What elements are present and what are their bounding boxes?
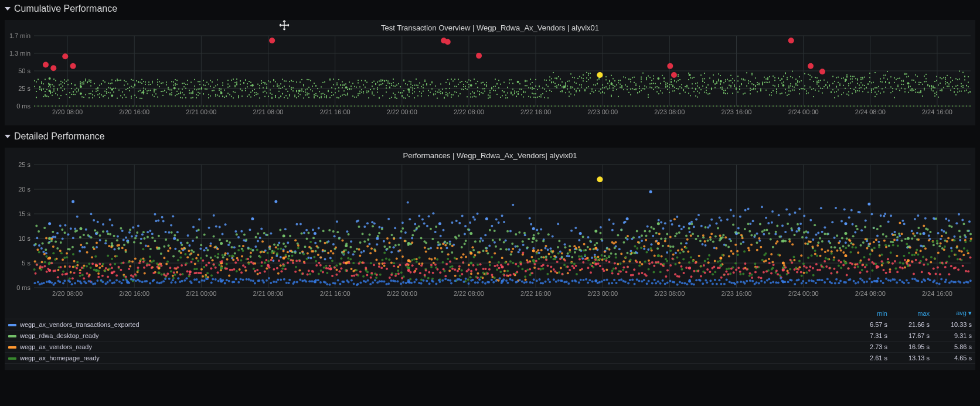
svg-rect-1680	[860, 105, 862, 107]
svg-point-2667	[666, 233, 668, 235]
svg-point-4220	[420, 282, 423, 285]
svg-rect-819	[428, 95, 429, 96]
svg-point-2552	[397, 244, 400, 246]
svg-point-4177	[319, 281, 322, 284]
legend-header-min[interactable]: min	[849, 308, 891, 319]
svg-point-3999	[866, 271, 868, 273]
svg-rect-1366	[706, 92, 707, 93]
svg-rect-229	[132, 87, 134, 88]
row-header-cumulative[interactable]: Cumulative Performance	[0, 0, 980, 18]
svg-point-2894	[224, 252, 227, 254]
svg-point-4059	[43, 282, 45, 284]
svg-point-3347	[309, 241, 312, 243]
svg-rect-315	[176, 84, 178, 85]
legend-row[interactable]: wegp_ax_homepage_ready2.61 s13.13 s4.65 …	[5, 353, 975, 364]
svg-rect-1749	[897, 78, 899, 79]
svg-rect-102	[64, 79, 65, 80]
svg-rect-264	[150, 90, 151, 91]
svg-point-1990	[67, 233, 69, 236]
svg-point-3569	[831, 253, 833, 255]
svg-point-1917	[689, 74, 691, 76]
svg-rect-437	[238, 97, 239, 98]
svg-rect-477	[257, 93, 258, 94]
svg-point-3895	[622, 267, 625, 269]
svg-rect-675	[358, 93, 359, 94]
svg-rect-1135	[588, 86, 589, 87]
svg-rect-538	[287, 91, 288, 92]
svg-point-3133	[783, 264, 785, 267]
legend-header-avg[interactable]: avg	[933, 308, 975, 319]
legend-header-max[interactable]: max	[891, 308, 933, 319]
svg-rect-653	[343, 85, 345, 86]
svg-rect-1519	[781, 83, 782, 84]
svg-point-2249	[675, 252, 677, 254]
svg-point-3746	[273, 268, 275, 271]
svg-point-2929	[307, 252, 309, 254]
svg-point-2312	[821, 231, 824, 233]
svg-rect-1284	[665, 86, 666, 87]
svg-rect-1288	[667, 86, 668, 87]
svg-rect-1168	[605, 76, 607, 77]
svg-point-4445	[948, 281, 951, 284]
svg-rect-1389	[716, 105, 717, 107]
legend-table: min max avg wegp_ax_vendors_transactions…	[5, 308, 975, 364]
svg-point-2845	[108, 245, 110, 247]
svg-point-3408	[454, 257, 456, 259]
panel-cumulative[interactable]: Test Transaction Overview | Wegp_Rdwa_Ax…	[5, 20, 975, 125]
legend-row[interactable]: wegp_ax_vendors_ready2.73 s16.95 s5.86 s	[5, 342, 975, 353]
row-header-detailed[interactable]: Detailed Performance	[0, 128, 980, 145]
svg-point-2446	[149, 248, 152, 250]
svg-rect-112	[71, 94, 72, 95]
svg-rect-905	[475, 96, 477, 97]
svg-rect-295	[168, 87, 169, 88]
svg-rect-1506	[774, 80, 775, 81]
svg-point-3168	[866, 247, 868, 250]
svg-rect-391	[215, 95, 216, 97]
svg-point-2259	[697, 214, 700, 216]
svg-point-2458	[176, 239, 179, 241]
svg-rect-631	[333, 105, 334, 107]
chart-cumulative[interactable]: 0 ms25 s50 s1.3 min1.7 min2/20 08:002/20…	[5, 33, 975, 124]
svg-point-2861	[147, 245, 149, 247]
svg-point-2575	[451, 251, 453, 254]
svg-point-4145	[246, 278, 248, 281]
legend-row[interactable]: wegp_ax_vendors_transactions_exported6.5…	[5, 319, 975, 330]
svg-point-3833	[477, 277, 479, 279]
svg-point-3481	[625, 256, 627, 258]
svg-rect-1207	[625, 105, 626, 107]
svg-rect-1045	[547, 97, 549, 98]
svg-point-2490	[251, 249, 254, 251]
svg-point-4455	[48, 280, 51, 283]
svg-rect-1201	[621, 87, 622, 88]
chart-detailed[interactable]: 0 ms5 s10 s15 s20 s25 s2/20 08:002/20 16…	[5, 161, 975, 308]
svg-point-4026	[928, 273, 931, 275]
svg-point-3986	[836, 271, 838, 273]
svg-point-4339	[699, 279, 702, 282]
svg-point-4239	[465, 278, 467, 280]
svg-rect-1185	[612, 78, 614, 79]
svg-point-3995	[856, 263, 859, 265]
svg-rect-1363	[704, 78, 705, 79]
panel-detailed[interactable]: Performances | Wegp_Rdwa_Ax_Vendors| aly…	[5, 148, 975, 370]
svg-rect-795	[414, 84, 415, 86]
svg-rect-1047	[547, 105, 549, 107]
svg-point-2506	[289, 235, 291, 237]
svg-rect-1761	[904, 88, 906, 90]
svg-rect-1740	[892, 88, 893, 89]
svg-rect-1879	[962, 85, 964, 86]
svg-point-2029	[157, 220, 159, 222]
svg-rect-646	[342, 81, 343, 83]
svg-rect-1046	[547, 86, 549, 87]
svg-point-4019	[913, 273, 915, 275]
svg-rect-1187	[614, 86, 615, 87]
svg-point-1907	[220, 92, 223, 94]
svg-rect-575	[305, 94, 306, 95]
svg-point-2513	[305, 238, 308, 240]
svg-point-2970	[401, 255, 404, 258]
svg-point-2019	[135, 234, 138, 237]
legend-row[interactable]: wegp_rdwa_desktop_ready7.31 s17.67 s9.31…	[5, 330, 975, 342]
svg-rect-1572	[806, 90, 807, 91]
svg-rect-1850	[947, 82, 948, 83]
svg-point-2605	[522, 240, 524, 243]
svg-rect-1466	[755, 88, 756, 90]
